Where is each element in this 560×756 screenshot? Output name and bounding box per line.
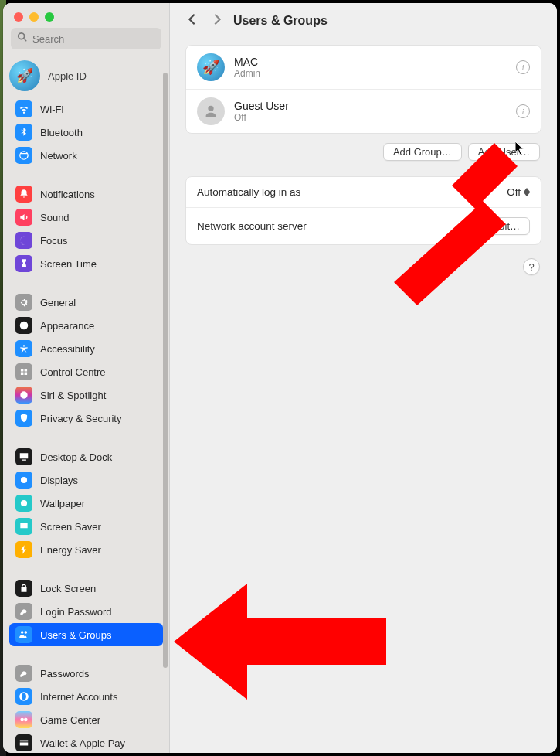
page-title: Users & Groups	[233, 14, 328, 28]
control-centre-icon	[15, 363, 32, 380]
sidebar-item-label: Wi-Fi	[40, 104, 63, 115]
user-avatar: 🚀	[197, 53, 225, 81]
wifi-icon	[15, 100, 32, 117]
sidebar-item-label: Control Centre	[40, 366, 106, 378]
lock-screen-icon	[15, 580, 32, 597]
displays-icon	[15, 472, 32, 489]
passwords-icon	[15, 665, 32, 682]
internet-accounts-icon	[15, 688, 32, 705]
auto-login-row[interactable]: Automatically log in as Off	[186, 177, 541, 208]
sidebar-item-label: Siri & Spotlight	[40, 390, 106, 401]
sidebar-item-apple-id[interactable]: 🚀 Apple ID	[3, 57, 169, 94]
auto-login-label: Automatically log in as	[197, 186, 300, 198]
sidebar-item-label: Privacy & Security	[40, 413, 121, 424]
screen-time-icon	[15, 255, 32, 272]
close-window-button[interactable]	[14, 12, 23, 22]
user-row[interactable]: 🚀 MAC Admin i	[186, 46, 541, 90]
wallet-apple-pay-icon	[15, 734, 32, 751]
sidebar-item-screen-time[interactable]: Screen Time	[9, 252, 163, 275]
info-icon[interactable]: i	[516, 60, 530, 74]
guest-avatar-icon	[197, 97, 225, 125]
sidebar-item-general[interactable]: General	[9, 291, 163, 314]
sidebar-item-label: Screen Saver	[40, 521, 101, 533]
network-server-label: Network account server	[197, 220, 307, 232]
window-controls	[3, 3, 169, 28]
user-row[interactable]: Guest User Off i	[186, 90, 541, 133]
siri-spotlight-icon	[15, 387, 32, 404]
sidebar-item-passwords[interactable]: Passwords	[9, 662, 163, 685]
popup-arrows-icon	[524, 188, 530, 196]
sidebar-scroll[interactable]: 🚀 Apple ID Wi-FiBluetoothNetworkNotifica…	[3, 57, 169, 753]
sidebar-item-notifications[interactable]: Notifications	[9, 182, 163, 206]
sidebar-item-label: Game Center	[40, 714, 100, 726]
privacy-security-icon	[15, 410, 32, 427]
sidebar-item-energy-saver[interactable]: Energy Saver	[9, 538, 163, 561]
sidebar-item-appearance[interactable]: Appearance	[9, 314, 163, 337]
sidebar-item-label: General	[40, 297, 76, 308]
sidebar-item-displays[interactable]: Displays	[9, 468, 163, 492]
nav-forward-button[interactable]	[210, 12, 224, 29]
sidebar-item-label: Accessibility	[40, 343, 95, 355]
sidebar-item-label: Lock Screen	[40, 583, 96, 594]
main-panel: Users & Groups 🚀 MAC Admin i	[170, 3, 557, 753]
sidebar-item-accessibility[interactable]: Accessibility	[9, 337, 163, 360]
sidebar-item-wallet-apple-pay[interactable]: Wallet & Apple Pay	[9, 731, 163, 753]
focus-icon	[15, 232, 32, 249]
edit-button[interactable]: Edit…	[483, 217, 530, 235]
auto-login-value: Off	[507, 186, 521, 198]
login-password-icon	[15, 603, 32, 620]
sidebar-item-label: Network	[40, 150, 77, 162]
header: Users & Groups	[170, 3, 557, 39]
sidebar-item-screen-saver[interactable]: Screen Saver	[9, 515, 163, 538]
sidebar-item-siri-spotlight[interactable]: Siri & Spotlight	[9, 383, 163, 407]
sidebar-item-desktop-dock[interactable]: Desktop & Dock	[9, 445, 163, 468]
sidebar-item-label: Internet Accounts	[40, 691, 117, 703]
network-server-row: Network account server Edit…	[186, 208, 541, 244]
apple-id-avatar: 🚀	[9, 60, 40, 91]
sidebar-item-label: Energy Saver	[40, 544, 101, 556]
sidebar-item-label: Screen Time	[40, 258, 97, 270]
system-settings-window: 🚀 Apple ID Wi-FiBluetoothNetworkNotifica…	[3, 3, 557, 753]
nav-back-button[interactable]	[185, 12, 199, 29]
sidebar-item-network[interactable]: Network	[9, 144, 163, 167]
apple-id-label: Apple ID	[48, 70, 87, 82]
sidebar-item-privacy-security[interactable]: Privacy & Security	[9, 407, 163, 430]
search-field[interactable]	[11, 28, 161, 49]
sidebar-item-focus[interactable]: Focus	[9, 229, 163, 252]
info-icon[interactable]: i	[516, 104, 530, 118]
login-settings: Automatically log in as Off Network acco…	[185, 176, 541, 245]
sidebar-item-login-password[interactable]: Login Password	[9, 600, 163, 623]
sidebar-scrollbar[interactable]	[163, 73, 168, 668]
search-icon	[17, 32, 32, 46]
sidebar-item-label: Displays	[40, 475, 78, 486]
sidebar-item-label: Wallpaper	[40, 498, 85, 509]
zoom-window-button[interactable]	[45, 12, 54, 22]
sidebar-item-sound[interactable]: Sound	[9, 206, 163, 229]
sidebar-item-label: Desktop & Dock	[40, 451, 112, 463]
sidebar-item-users-groups[interactable]: Users & Groups	[9, 623, 163, 646]
sidebar-item-bluetooth[interactable]: Bluetooth	[9, 121, 163, 144]
help-button[interactable]: ?	[523, 258, 540, 275]
minimize-window-button[interactable]	[29, 12, 39, 22]
sidebar-item-control-centre[interactable]: Control Centre	[9, 360, 163, 383]
energy-saver-icon	[15, 541, 32, 558]
add-user-button[interactable]: Add User…	[468, 143, 540, 161]
user-status: Off	[234, 112, 289, 123]
user-role: Admin	[234, 68, 260, 79]
sidebar-item-label: Passwords	[40, 668, 90, 679]
accessibility-icon	[15, 340, 32, 357]
users-groups-icon	[15, 626, 32, 643]
sidebar-item-label: Wallet & Apple Pay	[40, 737, 125, 749]
network-icon	[15, 147, 32, 164]
sidebar-item-wifi[interactable]: Wi-Fi	[9, 97, 163, 121]
search-input[interactable]	[32, 33, 162, 45]
sidebar-item-internet-accounts[interactable]: Internet Accounts	[9, 685, 163, 708]
sidebar-item-label: Users & Groups	[40, 629, 111, 641]
sidebar-item-lock-screen[interactable]: Lock Screen	[9, 577, 163, 600]
bluetooth-icon	[15, 124, 32, 141]
sidebar-item-wallpaper[interactable]: Wallpaper	[9, 492, 163, 515]
sidebar-item-game-center[interactable]: Game Center	[9, 708, 163, 731]
sound-icon	[15, 209, 32, 226]
sidebar-item-label: Appearance	[40, 320, 94, 332]
add-group-button[interactable]: Add Group…	[383, 143, 462, 161]
